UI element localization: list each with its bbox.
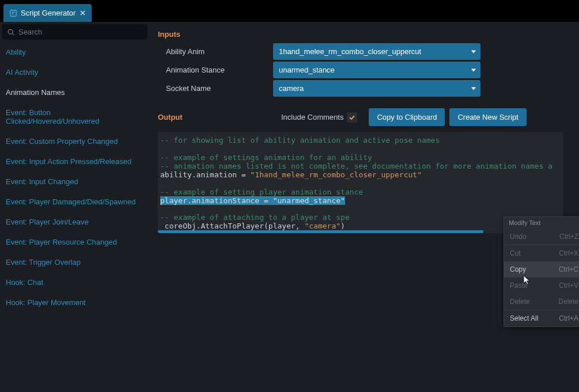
svg-rect-0	[10, 10, 17, 16]
context-item-label: Delete	[510, 298, 530, 306]
tab-script-generator[interactable]: Script Generator	[3, 4, 92, 22]
input-label: Animation Stance	[158, 66, 273, 74]
context-item-delete: DeleteDelete	[504, 294, 579, 310]
sidebar-item[interactable]: Ability	[0, 42, 150, 62]
svg-point-1	[8, 29, 13, 34]
selected-text: player.animationStance = "unarmed_stance…	[160, 196, 345, 205]
chevron-down-icon	[471, 68, 476, 71]
sidebar-list: AbilityAI ActivityAnimation NamesEvent: …	[0, 42, 150, 313]
dropdown[interactable]: camera	[273, 80, 480, 97]
dropdown[interactable]: unarmed_stance	[273, 62, 480, 78]
context-menu: Modify Text UndoCtrl+ZCutCtrl+XCopyCtrl+…	[504, 216, 579, 327]
search-box[interactable]	[2, 24, 147, 40]
context-item-undo: UndoCtrl+Z	[504, 229, 579, 245]
chevron-down-icon	[471, 87, 476, 90]
sidebar-item[interactable]: AI Activity	[0, 62, 150, 82]
context-item-shortcut: Ctrl+X	[559, 249, 578, 257]
context-item-label: Copy	[510, 265, 526, 273]
close-icon[interactable]	[79, 10, 86, 17]
context-item-shortcut: Ctrl+V	[559, 281, 578, 290]
chevron-down-icon	[471, 50, 476, 53]
sidebar-item[interactable]: Hook: Chat	[0, 272, 150, 292]
sidebar-item[interactable]: Event: Input Action Pressed/Released	[0, 151, 150, 172]
script-icon	[9, 9, 17, 17]
copy-to-clipboard-button[interactable]: Copy to Clipboard	[369, 108, 445, 126]
input-label: Socket Name	[158, 84, 273, 93]
sidebar-item[interactable]: Event: Player Damaged/Died/Spawned	[0, 192, 150, 212]
tab-bar: Script Generator	[0, 0, 579, 22]
context-item-select-all[interactable]: Select AllCtrl+A	[504, 310, 579, 326]
sidebar-item[interactable]: Event: Player Join/Leave	[0, 212, 150, 232]
context-item-cut: CutCtrl+X	[504, 245, 579, 261]
sidebar: AbilityAI ActivityAnimation NamesEvent: …	[0, 22, 150, 392]
include-comments: Include Comments	[281, 112, 357, 123]
context-item-label: Cut	[510, 249, 521, 257]
context-item-label: Select All	[510, 314, 538, 322]
context-item-paste: PasteCtrl+V	[504, 277, 579, 294]
context-item-label: Paste	[510, 281, 528, 290]
horizontal-scrollbar[interactable]	[158, 230, 563, 233]
input-row: Ability Anim1hand_melee_rm_combo_closer_…	[158, 43, 563, 60]
code-output[interactable]: -- for showing list of ability animation…	[158, 132, 563, 233]
context-item-shortcut: Delete	[558, 298, 578, 306]
create-new-script-button[interactable]: Create New Script	[449, 108, 526, 126]
inputs-heading: Inputs	[158, 30, 563, 39]
context-item-shortcut: Ctrl+Z	[559, 233, 578, 241]
sidebar-item[interactable]: Hook: Player Movement	[0, 292, 150, 313]
input-row: Socket Namecamera	[158, 80, 563, 97]
output-heading: Output	[158, 113, 281, 121]
tab-title: Script Generator	[21, 9, 75, 17]
scrollbar-thumb[interactable]	[158, 230, 483, 233]
context-item-label: Undo	[510, 233, 527, 241]
content: Inputs Ability Anim1hand_melee_rm_combo_…	[150, 22, 579, 392]
sidebar-item[interactable]: Event: Player Resource Changed	[0, 232, 150, 252]
sidebar-item[interactable]: Event: Custom Property Changed	[0, 131, 150, 151]
context-item-shortcut: Ctrl+C	[559, 265, 578, 273]
sidebar-item[interactable]: Event: Input Changed	[0, 172, 150, 192]
context-menu-header: Modify Text	[504, 217, 579, 229]
search-input[interactable]	[18, 28, 143, 36]
context-item-copy[interactable]: CopyCtrl+C	[504, 261, 579, 277]
sidebar-item[interactable]: Event: Trigger Overlap	[0, 252, 150, 272]
input-label: Ability Anim	[158, 47, 273, 56]
sidebar-item[interactable]: Animation Names	[0, 82, 150, 102]
dropdown[interactable]: 1hand_melee_rm_combo_closer_uppercut	[273, 43, 480, 60]
input-row: Animation Stanceunarmed_stance	[158, 62, 563, 78]
include-comments-label: Include Comments	[281, 113, 343, 121]
include-comments-checkbox[interactable]	[347, 112, 357, 123]
search-icon	[7, 28, 15, 36]
sidebar-item[interactable]: Event: Button Clicked/Hovered/Unhovered	[0, 102, 150, 131]
context-item-shortcut: Ctrl+A	[559, 314, 578, 322]
